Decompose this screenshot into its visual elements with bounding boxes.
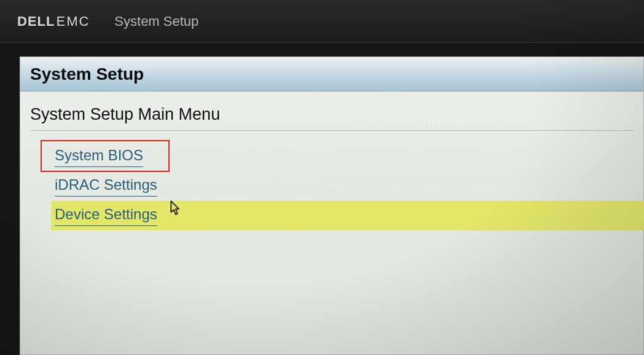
bios-screen: DELLEMC System Setup System Setup System…: [0, 0, 644, 355]
vendor-brand: DELLEMC: [17, 14, 90, 29]
menu-link-label: iDRAC Settings: [55, 176, 157, 197]
panel-header-title: System Setup: [30, 64, 144, 84]
menu-link-label: System BIOS: [55, 147, 143, 167]
main-menu: System BIOS iDRAC Settings Device Settin…: [55, 142, 634, 230]
main-panel: System Setup System Setup Main Menu Syst…: [20, 57, 644, 355]
panel-content: System Setup Main Menu System BIOS iDRAC…: [20, 92, 643, 230]
menu-item-system-bios[interactable]: System BIOS: [55, 142, 634, 171]
panel-header: System Setup: [20, 57, 643, 92]
topbar: DELLEMC System Setup: [0, 0, 644, 43]
menu-item-idrac-settings[interactable]: iDRAC Settings: [55, 171, 634, 201]
brand-emc-text: EMC: [56, 14, 90, 29]
menu-link-label: Device Settings: [55, 206, 157, 226]
section-title: System Setup Main Menu: [30, 105, 634, 131]
brand-dell-text: DELL: [17, 14, 55, 29]
topbar-title: System Setup: [114, 14, 198, 29]
menu-item-device-settings[interactable]: Device Settings: [51, 201, 644, 230]
